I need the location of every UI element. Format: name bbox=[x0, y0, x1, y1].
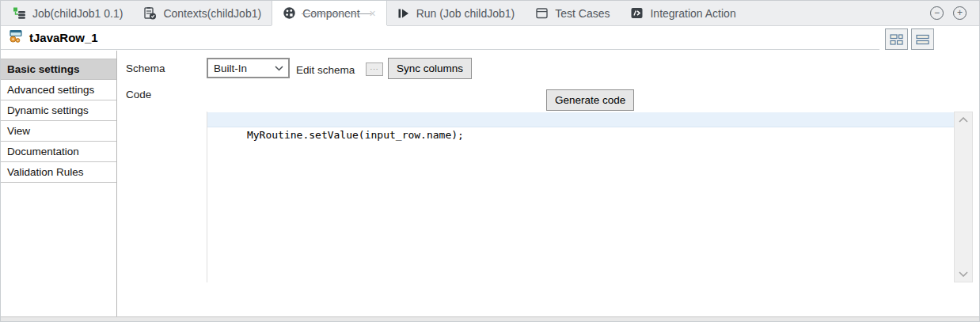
layout-toggle-buttons bbox=[885, 28, 934, 50]
tab-run[interactable]: Run (Job childJob1) bbox=[387, 1, 526, 25]
generate-code-button[interactable]: Generate code bbox=[546, 89, 634, 111]
job-icon bbox=[13, 6, 26, 20]
editor-scrollbar[interactable] bbox=[954, 112, 973, 282]
sidebar-item-view[interactable]: View bbox=[1, 121, 116, 142]
sidebar-item-basic-settings[interactable]: Basic settings bbox=[1, 59, 116, 80]
tab-job[interactable]: Job(childJob1 0.1) bbox=[2, 1, 133, 25]
sidebar-item-documentation[interactable]: Documentation bbox=[1, 142, 116, 162]
tab-label: Test Cases bbox=[555, 7, 610, 20]
page-title: tJavaRow_1 bbox=[29, 31, 98, 44]
settings-sidebar: Basic settings Advanced settings Dynamic… bbox=[1, 51, 117, 319]
minimize-view-button[interactable]: − bbox=[930, 6, 944, 20]
contexts-icon bbox=[143, 6, 157, 20]
code-label: Code bbox=[126, 89, 151, 100]
scroll-up-icon[interactable] bbox=[959, 117, 968, 123]
component-view: Job(childJob1 0.1) Contexts(childJob1) bbox=[0, 0, 980, 322]
tab-label: Component bbox=[302, 7, 359, 20]
tab-label: Contexts(childJob1) bbox=[163, 7, 261, 20]
schema-type-value: Built-In bbox=[214, 63, 247, 74]
tab-label: Job(childJob1 0.1) bbox=[32, 7, 123, 20]
tab-integration-action[interactable]: Integration Action bbox=[620, 1, 746, 25]
schema-label: Schema bbox=[126, 63, 165, 74]
schema-type-select[interactable]: Built-In bbox=[207, 58, 290, 78]
integration-action-icon bbox=[630, 6, 644, 20]
tjavarow-icon bbox=[8, 29, 24, 47]
chevron-down-icon bbox=[275, 66, 283, 71]
view-window-controls: − + bbox=[930, 1, 979, 25]
bottom-scroll-strip bbox=[1, 316, 979, 321]
component-icon bbox=[283, 6, 296, 20]
sidebar-item-validation-rules[interactable]: Validation Rules bbox=[1, 162, 116, 183]
sync-columns-button[interactable]: Sync columns bbox=[388, 58, 472, 79]
layout-grid-button[interactable] bbox=[885, 28, 908, 50]
tab-label: Integration Action bbox=[650, 7, 735, 20]
code-text: MyRoutine.setValue(input_row.name); bbox=[247, 129, 464, 141]
layout-rows-button[interactable] bbox=[911, 28, 934, 50]
edit-schema-label: Edit schema bbox=[296, 64, 355, 76]
sidebar-item-dynamic-settings[interactable]: Dynamic settings bbox=[1, 100, 116, 121]
edit-schema-button[interactable]: ··· bbox=[366, 63, 383, 76]
tab-test-cases[interactable]: Test Cases bbox=[525, 1, 620, 25]
run-icon bbox=[397, 7, 410, 20]
code-editor[interactable]: MyRoutine.setValue(input_row.name); bbox=[207, 112, 954, 282]
tab-component[interactable]: Component × bbox=[272, 1, 387, 25]
sidebar-item-advanced-settings[interactable]: Advanced settings bbox=[1, 80, 116, 100]
maximize-view-button[interactable]: + bbox=[953, 6, 967, 20]
tab-contexts[interactable]: Contexts(childJob1) bbox=[133, 1, 272, 25]
header-divider: tJavaRow_1 bbox=[1, 26, 879, 50]
component-header: tJavaRow_1 bbox=[1, 26, 979, 51]
view-tabbar: Job(childJob1 0.1) Contexts(childJob1) bbox=[1, 1, 979, 26]
code-editor-current-line: MyRoutine.setValue(input_row.name); bbox=[207, 112, 954, 127]
scroll-down-icon[interactable] bbox=[959, 271, 968, 277]
tab-label: Run (Job childJob1) bbox=[416, 7, 515, 20]
test-cases-icon bbox=[535, 6, 549, 20]
